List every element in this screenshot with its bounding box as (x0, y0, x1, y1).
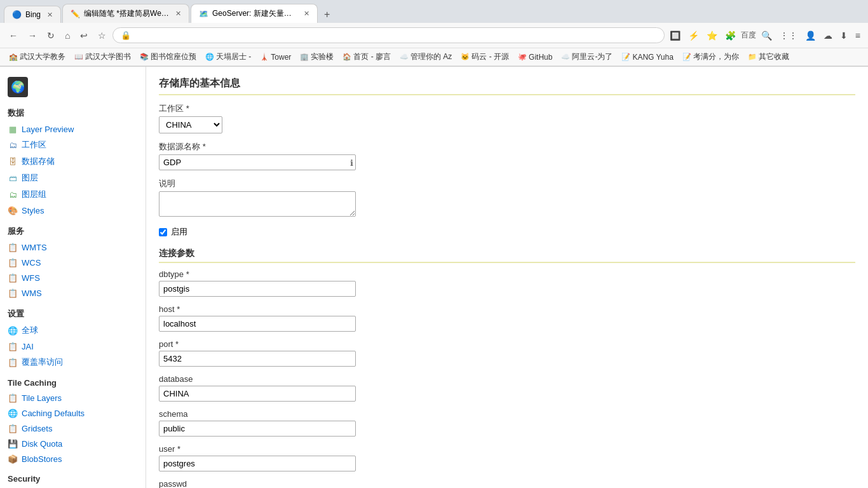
toolbar-actions: 🔲 ⚡ ⭐ 🧩 百度 🔍 ⋮⋮ 👤 ☁ ⬇ ≡ (667, 28, 863, 43)
bookmark-azure[interactable]: ☁️ 管理你的 Az (396, 50, 456, 64)
profile-button[interactable]: 👤 (803, 28, 818, 43)
browser-chrome: 🔵 Bing ✕ ✏️ 编辑随笔 *搭建简易Web G... ✕ 🗺️ GeoS… (0, 0, 868, 67)
sidebar-item-jai[interactable]: 📋 JAI (0, 339, 146, 354)
extensions-button[interactable]: 🧩 (722, 28, 738, 43)
port-input[interactable] (159, 351, 356, 367)
database-input[interactable] (159, 386, 356, 402)
star-button[interactable]: ⭐ (704, 28, 720, 43)
security-section-header: Security (0, 469, 146, 486)
wmts-icon: 📋 (8, 242, 18, 252)
passwd-group: passwd 👁 (159, 479, 855, 488)
apps-button[interactable]: ⋮⋮ (777, 28, 800, 43)
sidebar-label-datastore: 数据存储 (22, 156, 55, 167)
sidebar-item-layer[interactable]: 🗃 图层 (0, 170, 146, 186)
tile-layers-icon: 📋 (8, 393, 18, 403)
sidebar-item-wms[interactable]: 📋 WMS (0, 285, 146, 301)
sidebar-label-coverage: 覆盖率访问 (22, 356, 63, 368)
database-label: database (159, 374, 855, 384)
tab-bing[interactable]: 🔵 Bing ✕ (4, 6, 61, 23)
bookmark-github[interactable]: 🐙 GitHub (514, 51, 556, 63)
logo-icon: 🌍 (11, 80, 25, 94)
bookmark-icon-wuhan-edu: 🏫 (9, 53, 18, 61)
sidebar-label-global: 全球 (22, 325, 38, 336)
home-button[interactable]: ⌂ (61, 28, 74, 43)
tab-close-geoserver[interactable]: ✕ (304, 10, 309, 18)
enabled-label[interactable]: 启用 (171, 226, 187, 238)
sidebar-item-caching-defaults[interactable]: 🌐 Caching Defaults (0, 405, 146, 421)
blobstores-icon: 📦 (8, 454, 18, 464)
dbtype-input[interactable] (159, 281, 356, 297)
schema-input[interactable] (159, 421, 356, 437)
bookmark-wuhan-lib[interactable]: 📖 武汉大学图书 (71, 50, 135, 64)
enabled-row: 启用 (159, 226, 855, 238)
address-bar[interactable]: 🔒 localhost:8080/geoserver/web/wicket/pa… (112, 27, 664, 43)
layer-icon: 🗃 (8, 173, 18, 183)
port-group: port * (159, 339, 855, 367)
sidebar-item-workspace[interactable]: 🗂 工作区 (0, 137, 146, 153)
tab-close-bing[interactable]: ✕ (47, 11, 53, 19)
port-label-text: port (159, 339, 173, 349)
back-button[interactable]: ← (5, 28, 22, 43)
bookmark-others[interactable]: 📁 其它收藏 (744, 50, 793, 64)
bookmark-exam[interactable]: 📝 考满分，为你 (679, 50, 743, 64)
bookmark-gitee[interactable]: 🐱 码云 - 开源 (457, 50, 513, 64)
sidebar-item-wmts[interactable]: 📋 WMTS (0, 240, 146, 255)
bookmark-tianta[interactable]: 🌐 天塌居士 - (201, 50, 255, 64)
menu-button[interactable]: ≡ (853, 28, 863, 43)
search-button[interactable]: 🔍 (759, 28, 775, 43)
sidebar-item-gridsets[interactable]: 📋 Gridsets (0, 421, 146, 436)
sidebar-item-layer-preview[interactable]: ▦ Layer Preview (0, 121, 146, 137)
sidebar-label-wmts: WMTS (22, 243, 47, 252)
settings-section-header: 设置 (0, 303, 146, 322)
enabled-checkbox[interactable] (159, 228, 167, 236)
bookmark-kang[interactable]: 📝 KANG Yuha (618, 51, 677, 63)
tab-close-editor[interactable]: ✕ (175, 10, 181, 18)
bookmark-tower[interactable]: 🗼 Tower (256, 51, 295, 63)
sidebar-item-blobstores[interactable]: 📦 BlobStores (0, 451, 146, 466)
gridsets-icon: 📋 (8, 423, 18, 433)
bookmark-button[interactable]: ☆ (94, 28, 110, 43)
bookmark-label-wuhan-lib: 武汉大学图书 (85, 51, 131, 62)
user-input[interactable] (159, 456, 356, 471)
bookmark-label-kang: KANG Yuha (632, 53, 674, 62)
download-button[interactable]: ⬇ (837, 28, 850, 43)
forward-button[interactable]: → (24, 28, 41, 43)
sidebar-item-tile-layers[interactable]: 📋 Tile Layers (0, 390, 146, 405)
sidebar-item-disk-quota[interactable]: 💾 Disk Quota (0, 436, 146, 451)
port-label: port * (159, 339, 855, 349)
bookmark-aliyun[interactable]: ☁️ 阿里云-为了 (557, 50, 616, 64)
app-logo: 🌍 (8, 77, 28, 97)
tab-editor[interactable]: ✏️ 编辑随笔 *搭建简易Web G... ✕ (62, 4, 189, 23)
search-engine-button[interactable]: 🔲 (667, 28, 683, 43)
bookmark-label-tianta: 天塌居士 - (216, 51, 251, 62)
reload-button[interactable]: ↻ (43, 28, 58, 43)
sidebar-label-workspace: 工作区 (22, 139, 46, 151)
sidebar-item-datastore[interactable]: 🗄 数据存储 (0, 153, 146, 170)
dbtype-required-star: * (186, 269, 189, 279)
bookmark-icon-azure: ☁️ (400, 53, 409, 61)
bookmark-seat[interactable]: 📚 图书馆座位预 (136, 50, 200, 64)
datastore-icon: 🗄 (8, 156, 18, 166)
new-tab-button[interactable]: + (319, 6, 335, 23)
workspace-select[interactable]: CHINA (159, 116, 222, 133)
bookmark-lab[interactable]: 🏢 实验楼 (296, 50, 337, 64)
tab-geoserver[interactable]: 🗺️ GeoServer: 新建矢量数据源 ✕ (191, 4, 318, 23)
bookmark-icon-others: 📁 (748, 53, 757, 61)
sync-button[interactable]: ☁ (821, 28, 835, 43)
sidebar-item-wfs[interactable]: 📋 WFS (0, 270, 146, 285)
bookmark-home[interactable]: 🏠 首页 - 廖言 (339, 50, 395, 64)
sidebar-item-global[interactable]: 🌐 全球 (0, 322, 146, 339)
bookmark-wuhan-edu[interactable]: 🏫 武汉大学教务 (5, 50, 69, 64)
sidebar-item-layergroup[interactable]: 🗂 图层组 (0, 186, 146, 203)
sidebar-label-layer: 图层 (22, 172, 38, 184)
bookmark-label-gitee: 码云 - 开源 (471, 51, 509, 62)
sidebar-item-wcs[interactable]: 📋 WCS (0, 255, 146, 270)
host-input[interactable] (159, 316, 356, 332)
datasource-input[interactable] (159, 154, 356, 170)
undo-button[interactable]: ↩ (76, 28, 92, 43)
description-textarea[interactable] (159, 191, 356, 217)
lightning-button[interactable]: ⚡ (686, 28, 702, 43)
address-input[interactable]: localhost:8080/geoserver/web/wicket/page… (135, 30, 656, 40)
sidebar-item-styles[interactable]: 🎨 Styles (0, 203, 146, 218)
sidebar-item-coverage[interactable]: 📋 覆盖率访问 (0, 354, 146, 370)
